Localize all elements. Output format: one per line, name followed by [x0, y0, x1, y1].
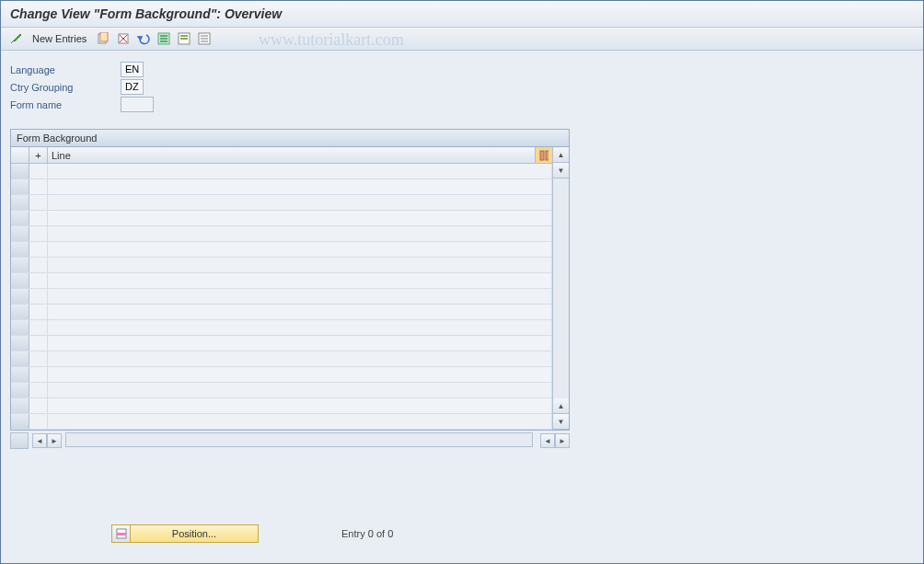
- entry-status: Entry 0 of 0: [341, 528, 393, 539]
- footer: Position... Entry 0 of 0: [111, 524, 393, 543]
- undo-icon[interactable]: [136, 31, 151, 46]
- table-row[interactable]: [11, 367, 552, 383]
- table-row[interactable]: [11, 289, 552, 305]
- scroll-left-icon[interactable]: ◄: [32, 433, 47, 448]
- scroll-right2-icon[interactable]: ►: [555, 433, 570, 448]
- svg-rect-8: [160, 40, 167, 42]
- col-line-header[interactable]: Line: [48, 147, 536, 163]
- grid-header: + Line: [11, 147, 552, 164]
- toolbar: New Entries www.tutorialkart.com: [1, 28, 923, 51]
- position-icon: [112, 525, 131, 542]
- table-row[interactable]: [11, 398, 552, 414]
- table-row[interactable]: [11, 273, 552, 289]
- col-plus-header[interactable]: +: [29, 147, 48, 163]
- watermark-text: www.tutorialkart.com: [259, 30, 404, 50]
- col-select-all[interactable]: [11, 147, 29, 163]
- field-row-language: Language EN: [10, 62, 914, 77]
- svg-rect-13: [201, 35, 208, 37]
- delete-icon[interactable]: [116, 31, 131, 46]
- select-all-icon[interactable]: [156, 31, 171, 46]
- svg-rect-11: [180, 38, 188, 40]
- language-label: Language: [10, 64, 121, 75]
- table-title: Form Background: [10, 129, 570, 146]
- page-title: Change View "Form Background": Overview: [10, 6, 914, 21]
- svg-rect-14: [201, 38, 208, 40]
- content-area: Language EN Ctry Grouping DZ Form name F…: [1, 51, 923, 460]
- position-label: Position...: [131, 528, 258, 539]
- svg-rect-10: [180, 35, 188, 37]
- table-container: Form Background + Line: [10, 129, 570, 449]
- column-config-icon[interactable]: [536, 147, 552, 163]
- grid-body: [11, 164, 552, 430]
- svg-rect-1: [100, 32, 108, 41]
- toggle-display-icon[interactable]: [8, 31, 23, 46]
- scroll-down-icon[interactable]: ▼: [553, 163, 569, 178]
- svg-rect-17: [546, 151, 549, 160]
- deselect-all-icon[interactable]: [197, 31, 212, 46]
- table-row[interactable]: [11, 226, 552, 242]
- table-row[interactable]: [11, 320, 552, 336]
- svg-rect-15: [201, 40, 208, 42]
- scroll-up-icon[interactable]: ▲: [553, 147, 569, 163]
- form-name-label: Form name: [10, 99, 121, 110]
- form-name-value[interactable]: [121, 97, 154, 112]
- table-row[interactable]: [11, 195, 552, 211]
- svg-rect-7: [160, 38, 167, 40]
- table-row[interactable]: [11, 211, 552, 226]
- field-row-ctry-grouping: Ctry Grouping DZ: [10, 79, 914, 95]
- ctry-grouping-label: Ctry Grouping: [10, 82, 121, 93]
- hscroll-lead: [10, 432, 29, 449]
- language-value[interactable]: EN: [121, 62, 144, 77]
- scroll-left2-icon[interactable]: ◄: [540, 433, 555, 448]
- table-row[interactable]: [11, 414, 552, 430]
- grid: + Line: [10, 146, 570, 431]
- scroll-up2-icon[interactable]: ▲: [553, 398, 569, 414]
- table-row[interactable]: [11, 179, 552, 195]
- copy-icon[interactable]: [96, 31, 110, 46]
- vertical-scrollbar[interactable]: ▲ ▼ ▲ ▼: [552, 147, 569, 430]
- svg-rect-19: [117, 533, 126, 535]
- table-row[interactable]: [11, 383, 552, 398]
- new-entries-button[interactable]: New Entries: [29, 31, 90, 46]
- position-button[interactable]: Position...: [111, 524, 259, 543]
- svg-rect-6: [160, 35, 167, 37]
- table-row[interactable]: [11, 336, 552, 351]
- title-bar: Change View "Form Background": Overview: [1, 1, 923, 28]
- table-row[interactable]: [11, 351, 552, 367]
- scroll-down2-icon[interactable]: ▼: [553, 414, 569, 430]
- field-row-form-name: Form name: [10, 97, 914, 112]
- horizontal-scrollbar[interactable]: ◄ ► ◄ ►: [10, 432, 570, 449]
- scroll-right-icon[interactable]: ►: [47, 433, 62, 448]
- table-row[interactable]: [11, 242, 552, 258]
- scroll-track[interactable]: [553, 178, 569, 398]
- ctry-grouping-value[interactable]: DZ: [121, 79, 144, 95]
- hscroll-track[interactable]: [65, 432, 533, 447]
- table-row[interactable]: [11, 258, 552, 273]
- table-row[interactable]: [11, 164, 552, 179]
- svg-rect-16: [540, 151, 544, 160]
- table-row[interactable]: [11, 305, 552, 320]
- select-block-icon[interactable]: [177, 31, 191, 46]
